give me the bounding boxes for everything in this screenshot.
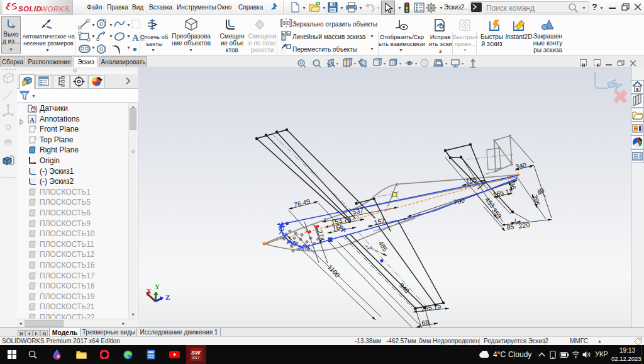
svg-text:76.49: 76.49 (293, 197, 311, 208)
svg-text:▾: ▾ (445, 62, 447, 65)
svg-text:▾: ▾ (354, 62, 356, 65)
svg-text:85: 85 (506, 222, 514, 231)
svg-text:SOLID: SOLID (18, 5, 42, 13)
svg-text:X: X (147, 287, 152, 295)
svg-text:SW: SW (191, 350, 201, 356)
svg-text:▾: ▾ (399, 62, 401, 65)
svg-text:▾: ▾ (384, 62, 386, 65)
svg-text:▾: ▾ (462, 62, 464, 65)
svg-text:68: 68 (421, 318, 430, 327)
svg-text:485: 485 (377, 239, 390, 253)
svg-text:165.11: 165.11 (492, 187, 513, 198)
svg-text:353: 353 (491, 207, 503, 220)
svg-text:WORKS: WORKS (40, 5, 69, 13)
svg-text:▾: ▾ (336, 62, 338, 65)
svg-text:▾: ▾ (415, 62, 417, 65)
svg-text:2017: 2017 (192, 356, 199, 360)
svg-text:A: A (30, 116, 35, 123)
svg-text:340: 340 (514, 161, 527, 170)
svg-text:220: 220 (518, 220, 530, 229)
svg-text:Z: Z (165, 293, 170, 301)
svg-text:Y: Y (155, 283, 160, 290)
svg-text:700: 700 (453, 196, 465, 206)
svg-text:A: A (360, 62, 365, 69)
